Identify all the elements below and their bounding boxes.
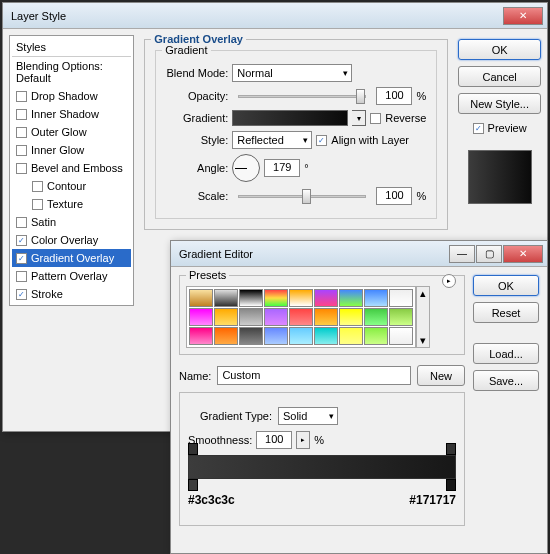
sidebar-item-texture[interactable]: Texture [12,195,131,213]
styles-header[interactable]: Styles [12,38,131,57]
gradient-bar[interactable] [188,455,456,479]
presets-menu-icon[interactable]: ▸ [442,274,456,288]
sidebar-item-inner-glow[interactable]: Inner Glow [12,141,131,159]
preset-swatch[interactable] [239,289,263,307]
gradient-arrow-icon[interactable]: ▾ [352,110,366,126]
load-button[interactable]: Load... [473,343,539,364]
sidebar-item-contour[interactable]: Contour [12,177,131,195]
sidebar-item-bevel-and-emboss[interactable]: Bevel and Emboss [12,159,131,177]
checkbox[interactable] [16,217,27,228]
opacity-stop-left[interactable] [188,443,198,455]
smoothness-input[interactable]: 100 [256,431,292,449]
ge-close-icon[interactable]: ✕ [503,245,543,263]
preset-swatch[interactable] [289,289,313,307]
preset-swatch[interactable] [289,308,313,326]
style-label: Style: [166,134,228,146]
checkbox[interactable]: ✓ [16,289,27,300]
sidebar-item-label: Texture [47,198,83,210]
style-select[interactable]: Reflected [232,131,312,149]
preset-swatch[interactable] [189,327,213,345]
cancel-button[interactable]: Cancel [458,66,541,87]
gradient-swatch[interactable] [232,110,348,126]
ok-button[interactable]: OK [458,39,541,60]
reverse-checkbox[interactable] [370,113,381,124]
preset-swatch[interactable] [239,308,263,326]
ge-title: Gradient Editor [179,248,449,260]
preset-swatch[interactable] [214,289,238,307]
sidebar-item-outer-glow[interactable]: Outer Glow [12,123,131,141]
inner-title: Gradient [162,44,210,56]
scale-slider[interactable] [238,195,366,198]
sidebar-item-gradient-overlay[interactable]: ✓Gradient Overlay [12,249,131,267]
sidebar-item-inner-shadow[interactable]: Inner Shadow [12,105,131,123]
ge-titlebar: Gradient Editor — ▢ ✕ [171,241,547,267]
preset-swatch[interactable] [189,308,213,326]
angle-input[interactable]: 179 [264,159,300,177]
preset-swatch[interactable] [189,289,213,307]
left-hex: #3c3c3c [188,493,235,507]
checkbox[interactable] [16,109,27,120]
align-checkbox[interactable]: ✓ [316,135,327,146]
scale-input[interactable]: 100 [376,187,412,205]
checkbox[interactable]: ✓ [16,253,27,264]
sidebar-item-label: Gradient Overlay [31,252,114,264]
sidebar-item-drop-shadow[interactable]: Drop Shadow [12,87,131,105]
checkbox[interactable] [16,91,27,102]
checkbox[interactable] [16,145,27,156]
preset-swatch[interactable] [214,308,238,326]
maximize-icon[interactable]: ▢ [476,245,502,263]
blend-mode-select[interactable]: Normal [232,64,352,82]
preset-swatch[interactable] [364,308,388,326]
close-icon[interactable]: ✕ [503,7,543,25]
preset-swatch[interactable] [364,289,388,307]
sidebar-item-label: Satin [31,216,56,228]
sidebar-item-satin[interactable]: Satin [12,213,131,231]
ge-ok-button[interactable]: OK [473,275,539,296]
sidebar-item-stroke[interactable]: ✓Stroke [12,285,131,303]
checkbox[interactable] [32,181,43,192]
preview-thumbnail [468,150,532,204]
reset-button[interactable]: Reset [473,302,539,323]
color-stop-right[interactable] [446,479,456,491]
preset-swatch[interactable] [314,289,338,307]
preset-swatch[interactable] [289,327,313,345]
opacity-stop-right[interactable] [446,443,456,455]
angle-dial[interactable] [232,154,260,182]
preset-swatch[interactable] [389,308,413,326]
preset-swatch[interactable] [389,289,413,307]
opacity-input[interactable]: 100 [376,87,412,105]
new-button[interactable]: New [417,365,465,386]
preset-swatch[interactable] [339,327,363,345]
preset-swatch[interactable] [339,308,363,326]
preset-swatch[interactable] [339,289,363,307]
preset-swatch[interactable] [314,327,338,345]
preset-swatch[interactable] [389,327,413,345]
blending-options[interactable]: Blending Options: Default [12,57,131,87]
preset-swatch[interactable] [264,327,288,345]
preset-swatch[interactable] [364,327,388,345]
checkbox[interactable] [16,163,27,174]
new-style-button[interactable]: New Style... [458,93,541,114]
preset-swatch[interactable] [314,308,338,326]
preset-swatch[interactable] [264,308,288,326]
sidebar-item-label: Inner Shadow [31,108,99,120]
sidebar-item-label: Bevel and Emboss [31,162,123,174]
gradient-type-select[interactable]: Solid [278,407,338,425]
opacity-slider[interactable] [238,95,366,98]
presets-scrollbar[interactable]: ▴▾ [416,286,430,348]
preset-swatch[interactable] [239,327,263,345]
preview-checkbox[interactable]: ✓ [473,123,484,134]
checkbox[interactable] [16,127,27,138]
color-stop-left[interactable] [188,479,198,491]
minimize-icon[interactable]: — [449,245,475,263]
preset-swatch[interactable] [264,289,288,307]
sidebar-item-color-overlay[interactable]: ✓Color Overlay [12,231,131,249]
preset-swatch[interactable] [214,327,238,345]
smoothness-arrow-icon[interactable]: ▸ [296,431,310,449]
name-input[interactable]: Custom [217,366,411,385]
checkbox[interactable] [16,271,27,282]
checkbox[interactable]: ✓ [16,235,27,246]
sidebar-item-pattern-overlay[interactable]: Pattern Overlay [12,267,131,285]
checkbox[interactable] [32,199,43,210]
save-button[interactable]: Save... [473,370,539,391]
